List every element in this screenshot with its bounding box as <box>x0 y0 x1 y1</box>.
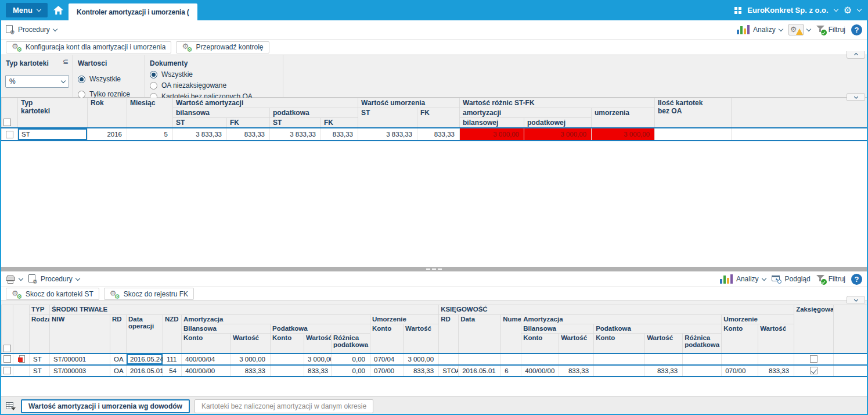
group-header-amortyzacja-st[interactable]: Amortyzacja <box>182 315 370 324</box>
konfiguracja-kont-button[interactable]: Konfiguracja kont dla amortyzacji i umor… <box>6 41 171 53</box>
subheader-umorzenie-st[interactable]: ST <box>358 108 417 128</box>
procedury-button-lower[interactable]: Procedury <box>28 274 80 284</box>
subheader-konto[interactable]: Konto <box>182 334 231 353</box>
analizy-button[interactable]: Analizy <box>737 25 783 34</box>
col-header-rok[interactable]: Rok <box>88 98 127 128</box>
subheader-wartosc[interactable]: Wartość <box>231 334 271 353</box>
print-button[interactable] <box>6 275 23 284</box>
detail-row-1[interactable]: ST ST/000001 OA 2016.05.24 111 400/00/04… <box>2 353 868 365</box>
company-chevron-icon[interactable] <box>833 7 838 12</box>
subheader-bilansowa-fk[interactable]: Bilansowa <box>521 324 594 334</box>
podglad-button[interactable]: Podgląd <box>772 275 811 284</box>
row-select-cell[interactable] <box>2 353 13 365</box>
group-header-umorzenie-st[interactable]: Umorzenie <box>370 315 439 324</box>
col-header-data-operacji[interactable]: Data operacji <box>127 315 163 353</box>
checkbox-icon[interactable] <box>6 131 13 138</box>
col-header-nzd[interactable]: NZD <box>163 315 182 353</box>
subheader-podatkowa-fk[interactable]: Podatkowa <box>594 324 722 334</box>
row-select-cell[interactable] <box>2 128 18 141</box>
subheader-bilansowej[interactable]: bilansowej <box>460 118 524 128</box>
col-header-ilosc-kartotek[interactable]: Ilość kartotek bez OA <box>655 98 732 128</box>
typ-kartoteki-select[interactable]: % <box>5 75 69 88</box>
bottom-tab-wartosc-wg-dowodow[interactable]: Wartość amortyzacji i umorzenia wg dowod… <box>21 399 190 413</box>
checkbox-checked-icon[interactable] <box>810 367 817 374</box>
subheader-wartosc[interactable]: Wartość <box>645 334 683 353</box>
col-header-miesiac[interactable]: Miesiąc <box>127 98 173 128</box>
control-settings-button[interactable] <box>788 24 811 35</box>
skocz-rejestru-button[interactable]: Skocz do rejestru FK <box>104 288 194 300</box>
checkbox-unchecked-icon[interactable] <box>810 355 817 363</box>
apps-grid-icon[interactable] <box>734 7 741 14</box>
subheader-konto[interactable]: Konto <box>271 334 304 353</box>
group-header-typ[interactable]: TYP <box>30 305 50 315</box>
radio-wartosci-tylko-roznice[interactable]: Tylko roznice <box>78 90 140 98</box>
subheader-umorzenia[interactable]: umorzenia <box>592 108 655 128</box>
detail-collapse-down-button[interactable] <box>847 296 865 303</box>
col-header-k-numer[interactable]: Nume <box>501 315 521 353</box>
filter-collapse-down-button[interactable] <box>847 93 865 101</box>
view-options-button[interactable] <box>5 401 16 412</box>
select-all-header[interactable] <box>2 98 18 128</box>
subheader-wartosc[interactable]: Wartość <box>559 334 594 353</box>
subheader-um-wartosc-fk[interactable]: Wartość <box>758 324 794 353</box>
col-header-k-rd[interactable]: RD <box>439 315 459 353</box>
cell-zaksiegowano[interactable] <box>794 353 834 365</box>
filter-collapse-up-button[interactable] <box>847 51 865 59</box>
subheader-roznica-podatkowa[interactable]: Różnica podatkowa <box>332 334 370 353</box>
col-header-rd[interactable]: RD <box>110 315 127 353</box>
subheader-podatkowa-st[interactable]: Podatkowa <box>271 324 370 334</box>
window-tab[interactable]: Kontroler amortyzacji i umorzenia ( <box>69 3 197 20</box>
radio-dokumenty-oa-niezaksiegowane[interactable]: OA niezaksięgowane <box>150 81 278 90</box>
company-name[interactable]: EuroKonkret Sp. z o.o. <box>747 6 828 15</box>
subheader-podatkowej[interactable]: podatkowej <box>524 118 592 128</box>
group-header-amortyzacja-fk[interactable]: Amortyzacja <box>521 315 722 324</box>
group-header-srodki-trwale[interactable]: ŚRODKI TRWAŁE <box>50 305 439 315</box>
subheader-bil-st[interactable]: ST <box>173 118 227 128</box>
cell-data-operacji[interactable]: 2016.05.24 <box>127 353 163 365</box>
home-button[interactable] <box>49 0 69 20</box>
skocz-kartoteki-button[interactable]: Skocz do kartoteki ST <box>6 288 99 300</box>
cell-zaksiegowano[interactable] <box>794 365 834 377</box>
col-header-zaksiegowano[interactable]: Zaksięgowa <box>794 305 834 353</box>
bottom-tab-kartoteki-bez-amortyzacji[interactable]: Kartoteki bez naliczonej amortyzacji w d… <box>195 399 373 413</box>
subheader-um-konto-st[interactable]: Konto <box>370 324 404 353</box>
select-all-header[interactable] <box>2 305 13 353</box>
procedury-button[interactable]: Procedury <box>6 25 57 34</box>
filtruj-button-lower[interactable]: Filtruj <box>816 274 845 284</box>
col-header-k-data[interactable]: Data <box>459 315 501 353</box>
panel-splitter[interactable] <box>1 267 867 271</box>
subheader-konto[interactable]: Konto <box>521 334 559 353</box>
subheader-bil-fk[interactable]: FK <box>227 118 270 128</box>
settings-chevron-icon[interactable] <box>857 7 862 12</box>
group-header-umorzenie-fk[interactable]: Umorzenie <box>722 315 794 324</box>
subheader-um-konto-fk[interactable]: Konto <box>722 324 758 353</box>
subheader-wartosc[interactable]: Wartość <box>304 334 332 353</box>
subheader-amortyzacji[interactable]: amortyzacji <box>460 108 592 118</box>
subheader-bilansowa[interactable]: bilansowa <box>173 108 270 118</box>
checkbox-icon[interactable] <box>3 355 11 363</box>
menu-button[interactable]: Menu <box>6 3 48 17</box>
subheader-pod-st[interactable]: ST <box>270 118 321 128</box>
group-header-wartosc-roznic[interactable]: Wartość różnic ST-FK <box>460 98 655 108</box>
checkbox-icon[interactable] <box>3 367 11 374</box>
help-button[interactable]: ? <box>851 24 862 35</box>
subset-operator-icon[interactable]: ⊆ <box>63 58 69 66</box>
col-header-niw[interactable]: NIW <box>50 315 110 353</box>
subheader-um-wartosc-st[interactable]: Wartość <box>404 324 439 353</box>
settings-gear-icon[interactable] <box>844 6 852 15</box>
analizy-button-lower[interactable]: Analizy <box>720 274 766 284</box>
subheader-podatkowa[interactable]: podatkowa <box>270 108 358 118</box>
col-header-rodzaj[interactable]: Rodzaj <box>30 315 50 353</box>
group-header-wartosc-amortyzacji[interactable]: Wartość amortyzacji <box>173 98 358 108</box>
group-header-wartosc-umorzenia[interactable]: Wartość umorzenia <box>358 98 460 108</box>
subheader-pod-fk[interactable]: FK <box>321 118 358 128</box>
detail-row-2[interactable]: ST ST/000003 OA 2016.05.01 54 400/00/00 … <box>2 365 868 377</box>
przeprowadz-kontrole-button[interactable]: Przeprowadź kontrolę <box>176 41 269 53</box>
group-header-ksiegowosc[interactable]: KSIĘGOWOŚĆ <box>439 305 794 315</box>
radio-dokumenty-wszystkie[interactable]: Wszystkie <box>150 70 278 78</box>
subheader-bilansowa-st[interactable]: Bilansowa <box>182 324 271 334</box>
checkbox-icon[interactable] <box>3 345 11 352</box>
help-button-lower[interactable]: ? <box>851 274 862 285</box>
subheader-roznica-podatkowa[interactable]: Różnica podatkowa <box>683 334 722 353</box>
row-select-cell[interactable] <box>2 365 13 377</box>
